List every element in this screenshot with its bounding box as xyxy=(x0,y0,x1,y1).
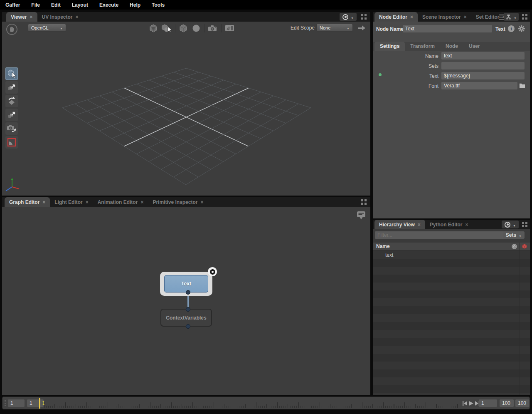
close-icon[interactable]: × xyxy=(464,15,467,20)
timeline-range-end-field[interactable] xyxy=(500,399,514,407)
translate-tool-button[interactable] xyxy=(5,81,18,94)
timeline-grip-handle[interactable] xyxy=(5,400,6,406)
camera-icon[interactable] xyxy=(207,23,218,33)
select-objects-icon[interactable] xyxy=(161,23,172,33)
layout-grid-icon[interactable] xyxy=(361,14,367,20)
contextvariables-output-port[interactable] xyxy=(186,324,190,329)
menu-execute[interactable]: Execute xyxy=(99,2,118,8)
shaded-sphere-icon[interactable] xyxy=(191,23,201,33)
close-icon[interactable]: × xyxy=(200,200,203,205)
name-field-input[interactable] xyxy=(441,52,525,59)
sets-field-input[interactable] xyxy=(441,62,525,69)
menu-tools[interactable]: Tools xyxy=(152,2,165,8)
editor-mode-button[interactable] xyxy=(504,13,519,21)
node-name-input[interactable] xyxy=(403,25,492,32)
tab-light-editor[interactable]: Light Editor × xyxy=(50,197,93,207)
hierarchy-tabbar: Hierarchy View × Python Editor × xyxy=(373,220,530,229)
tab-uv-inspector[interactable]: UV Inspector × xyxy=(37,12,83,22)
node-text[interactable]: Text xyxy=(164,275,208,293)
tab-python-editor[interactable]: Python Editor × xyxy=(425,220,473,229)
close-icon[interactable]: × xyxy=(410,15,413,20)
scene-cube-icon[interactable] xyxy=(148,23,158,33)
node-name-label: Node Name xyxy=(376,26,404,32)
render-set-column-header[interactable] xyxy=(519,243,530,250)
layout-grid-icon[interactable] xyxy=(361,199,367,205)
menu-help[interactable]: Help xyxy=(130,2,140,8)
text-field-label: Text xyxy=(414,73,438,79)
close-icon[interactable]: × xyxy=(140,200,143,205)
crop-window-tool-button[interactable] xyxy=(5,136,18,149)
menu-file[interactable]: File xyxy=(31,2,40,8)
timeline-frame-field[interactable] xyxy=(479,399,497,407)
menu-bar: Gaffer File Edit Layout Execute Help Too… xyxy=(0,0,532,10)
viewer-tool-column xyxy=(5,67,18,149)
close-icon[interactable]: × xyxy=(42,200,45,205)
red-cube-icon xyxy=(521,243,528,250)
camera-tool-icon xyxy=(6,124,17,134)
tab-hierarchy-view-label: Hierarchy View xyxy=(379,222,415,228)
sets-dropdown-button[interactable]: Sets xyxy=(503,231,525,239)
playhead[interactable] xyxy=(39,398,40,409)
tab-viewer[interactable]: Viewer × xyxy=(6,12,37,22)
text-node-output-port[interactable] xyxy=(186,290,190,295)
font-field-input[interactable] xyxy=(441,82,517,89)
tab-viewer-label: Viewer xyxy=(11,14,27,20)
timeline-start-frame-field[interactable] xyxy=(8,399,25,407)
toolbar-separator xyxy=(221,24,222,32)
rotate-tool-button[interactable] xyxy=(5,95,18,107)
tab-animation-editor[interactable]: Animation Editor × xyxy=(93,197,148,207)
viewer-focus-menu-button[interactable] xyxy=(340,13,357,21)
image-output-icon[interactable] xyxy=(224,23,235,33)
timeline-ruler[interactable] xyxy=(44,399,461,408)
close-icon[interactable]: × xyxy=(86,200,89,205)
subtab-settings[interactable]: Settings xyxy=(374,42,405,51)
text-field-input[interactable] xyxy=(441,72,525,79)
name-column-header[interactable]: Name xyxy=(373,243,509,249)
gear-icon[interactable] xyxy=(517,25,526,33)
plug-value-dot-icon[interactable] xyxy=(379,73,382,76)
menu-gaffer[interactable]: Gaffer xyxy=(5,2,20,8)
camera-tool-button[interactable] xyxy=(5,122,18,135)
subtab-user[interactable]: User xyxy=(463,42,485,51)
close-icon[interactable]: × xyxy=(418,222,421,227)
annotation-bubble-icon[interactable] xyxy=(356,211,367,221)
skip-to-start-icon[interactable] xyxy=(462,401,468,406)
layout-grid-icon[interactable] xyxy=(522,222,527,227)
node-context-variables[interactable]: ContextVariables xyxy=(160,309,212,327)
menu-edit[interactable]: Edit xyxy=(51,2,61,8)
layout-grid-icon[interactable] xyxy=(522,14,527,20)
timeline-end-frame-field[interactable] xyxy=(515,399,530,407)
subtab-transform[interactable]: Transform xyxy=(405,42,440,51)
tab-graph-editor[interactable]: Graph Editor × xyxy=(5,197,50,207)
selection-tool-button[interactable] xyxy=(5,67,18,80)
wireframe-cube-icon[interactable] xyxy=(178,23,188,33)
name-field-label: Name xyxy=(414,53,438,59)
subtab-node[interactable]: Node xyxy=(440,42,463,51)
timeline-current-frame-field[interactable] xyxy=(27,399,44,407)
focus-ring-icon[interactable] xyxy=(208,267,217,276)
pan-hand-button[interactable] xyxy=(6,24,17,35)
renderer-dropdown[interactable]: OpenGL xyxy=(28,24,66,32)
close-icon[interactable]: × xyxy=(466,222,468,227)
folder-browse-icon[interactable] xyxy=(519,82,525,89)
tab-animation-editor-label: Animation Editor xyxy=(98,199,138,205)
tab-node-editor[interactable]: Node Editor × xyxy=(374,12,418,22)
close-icon[interactable]: × xyxy=(76,15,79,20)
menu-layout[interactable]: Layout xyxy=(72,2,88,8)
scale-tool-button[interactable] xyxy=(5,109,18,121)
tab-scene-inspector[interactable]: Scene Inspector × xyxy=(418,12,471,22)
filter-input[interactable] xyxy=(375,231,505,239)
tab-primitive-inspector[interactable]: Primitive Inspector × xyxy=(148,197,208,207)
edit-scope-dropdown[interactable]: None xyxy=(316,24,353,32)
contextvariables-input-port[interactable] xyxy=(186,307,190,312)
edit-scope-arrow-icon[interactable] xyxy=(357,25,366,31)
play-icon[interactable] xyxy=(468,401,474,406)
target-icon xyxy=(505,222,510,228)
tab-hierarchy-view[interactable]: Hierarchy View × xyxy=(374,220,425,229)
hierarchy-focus-menu-button[interactable] xyxy=(502,221,519,228)
info-icon[interactable]: i xyxy=(508,25,515,32)
gaffer-window: Gaffer File Edit Layout Execute Help Too… xyxy=(0,0,532,414)
visible-set-column-header[interactable] xyxy=(509,243,519,250)
close-icon[interactable]: × xyxy=(30,15,32,20)
hierarchy-row-text[interactable]: text xyxy=(373,251,530,259)
